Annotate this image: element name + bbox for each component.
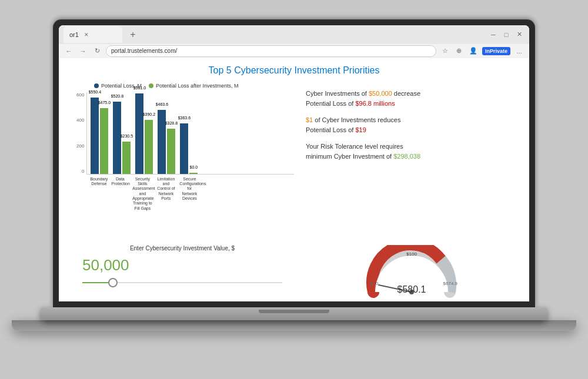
refresh-button[interactable]: ↻ [92, 46, 102, 56]
browser-chrome: or1 ✕ + ─ □ ✕ ← → ↻ [59, 25, 529, 58]
page-title: Top 5 Cybersecurity Investment Prioritie… [71, 65, 517, 76]
star-icon[interactable]: ☆ [440, 46, 450, 56]
bar-val-green-2: $230.5 [121, 134, 133, 138]
y-label-0: 0 [82, 169, 84, 174]
chart-legend: Potential Loss, M Potential Loss after I… [94, 83, 294, 89]
bar-blue-1: $550.4 [91, 98, 99, 174]
info-text-4a: Potential Loss of [306, 126, 355, 133]
back-button[interactable]: ← [64, 46, 74, 56]
info-text-1a: Cyber Investments of [306, 90, 369, 97]
bar-name-1: Boundary Defense [90, 177, 108, 212]
bar-val-blue-2: $520.8 [111, 94, 123, 98]
bar-green-3: $390.2 [145, 120, 153, 174]
bar-name-5: Secure Configurations for Network Device… [179, 177, 199, 212]
collections-icon[interactable]: ⊕ [454, 46, 465, 56]
bar-group-3: $581.0 $390.2 [135, 93, 153, 174]
screen-inner: or1 ✕ + ─ □ ✕ ← → ↻ [59, 25, 529, 301]
bar-pair-2: $520.8 $230.5 [113, 102, 131, 174]
bar-pair-3: $581.0 $390.2 [135, 93, 153, 174]
new-tab-button[interactable]: + [125, 26, 141, 43]
laptop-base [41, 307, 547, 320]
gauge-label-left: $0.0 [369, 281, 379, 286]
y-label-600: 600 [76, 92, 84, 98]
y-label-400: 400 [76, 118, 84, 123]
bar-val-green-1: $475.0 [98, 100, 111, 105]
bar-val-blue-5: $363.6 [178, 116, 191, 120]
gauge-section: $100 $580.1 $0.0 $674.9 $100 Ris [306, 245, 517, 301]
tab-close-button[interactable]: ✕ [82, 31, 91, 39]
bar-name-4: Limitation and Control of Network Ports [156, 177, 176, 212]
info-value-4: $19 [355, 126, 366, 133]
bar-group-4: $463.6 $328.8 [158, 110, 175, 174]
maximize-button[interactable]: □ [501, 29, 512, 40]
legend-label-2: Potential Loss after Investments, M [156, 83, 239, 89]
more-button[interactable]: ... [514, 46, 524, 56]
bar-name-3: Security Skills Assessment and Appropria… [132, 177, 152, 212]
bar-names: Boundary Defense Data Protection Securit… [86, 175, 294, 212]
info-text-1b: decrease [392, 90, 420, 97]
page-content: Top 5 Cybersecurity Investment Prioritie… [59, 58, 529, 301]
main-layout: Potential Loss, M Potential Loss after I… [71, 83, 517, 236]
info-line-3: Your Risk Tolerance level requires minim… [306, 142, 517, 162]
slider-value: 50,000 [82, 256, 294, 274]
bar-group-2: $520.8 $230.5 [113, 102, 131, 174]
info-value-1: $50,000 [369, 90, 392, 97]
bar-name-2: Data Protection [111, 177, 129, 212]
chart-yaxis: 600 400 200 0 [76, 92, 86, 192]
bar-pair-4: $463.6 $328.8 [158, 110, 175, 174]
bar-green-4: $328.8 [167, 129, 175, 174]
info-text-6a: minimum Cyber Investment of [306, 153, 393, 160]
bar-green-5: $0.0 [189, 173, 198, 174]
forward-button[interactable]: → [78, 46, 88, 56]
slider-section: Enter Cybersecurity Investment Value, $ … [71, 245, 294, 289]
info-panel: Cyber Investments of $50,000 decrease Po… [306, 83, 517, 236]
gauge-label-right: $674.9 [443, 281, 457, 286]
chart-area: Potential Loss, M Potential Loss after I… [71, 83, 294, 236]
info-text-3b: of Cyber Investments reduces [313, 116, 400, 123]
bar-val-green-5: $0.0 [190, 165, 198, 169]
bar-group-5: $363.6 $0.0 [180, 123, 198, 174]
info-text-2a: Potential Loss of [306, 100, 355, 107]
bottom-section: Enter Cybersecurity Investment Value, $ … [71, 245, 517, 301]
slider-track[interactable] [82, 277, 282, 289]
bar-blue-4: $463.6 [158, 110, 166, 174]
slider-thumb[interactable] [108, 278, 118, 287]
info-text-5: Your Risk Tolerance level requires [306, 143, 403, 150]
inprivate-badge: InPrivate [482, 47, 510, 55]
laptop-container: or1 ✕ + ─ □ ✕ ← → ↻ [41, 19, 547, 360]
info-line-2: $1 of Cyber Investments reduces Potentia… [306, 115, 517, 136]
bar-blue-3: $581.0 [135, 93, 143, 174]
bar-green-2: $230.5 [122, 142, 131, 174]
legend-item-2: Potential Loss after Investments, M [149, 83, 239, 89]
bar-val-green-3: $390.2 [143, 112, 155, 116]
info-value-6: $298,038 [393, 153, 420, 160]
slider-title: Enter Cybersecurity Investment Value, $ [71, 245, 294, 251]
browser-tab[interactable]: or1 ✕ [64, 26, 122, 43]
bar-val-blue-1: $550.4 [89, 90, 101, 94]
chart-wrapper: 600 400 200 0 [76, 92, 294, 212]
bar-green-1: $475.0 [100, 108, 108, 174]
browser-titlebar: or1 ✕ + ─ □ ✕ [59, 25, 529, 44]
legend-dot-blue [94, 83, 99, 88]
browser-addressbar: ← → ↻ portal.trustelements.com/ ☆ ⊕ 👤 In… [59, 44, 529, 58]
address-bar[interactable]: portal.trustelements.com/ [106, 45, 436, 57]
info-line-1: Cyber Investments of $50,000 decrease Po… [306, 89, 517, 109]
bar-blue-5: $363.6 [180, 123, 188, 174]
minimize-button[interactable]: ─ [488, 29, 499, 40]
screen-content: or1 ✕ + ─ □ ✕ ← → ↻ [59, 25, 529, 301]
laptop-bottom [12, 320, 576, 331]
y-label-200: 200 [76, 143, 84, 149]
bars-area: $550.4 $475.0 [86, 92, 294, 175]
gauge-container: $100 $580.1 $0.0 $674.9 [365, 245, 459, 298]
tab-label: or1 [69, 31, 79, 38]
laptop-screen: or1 ✕ + ─ □ ✕ ← → ↻ [53, 19, 535, 307]
bar-pair-5: $363.6 $0.0 [180, 123, 198, 174]
bar-val-blue-3: $581.0 [133, 86, 146, 90]
account-icon[interactable]: 👤 [468, 46, 479, 56]
bar-val-green-4: $328.8 [165, 121, 178, 125]
legend-dot-green [149, 83, 153, 88]
close-button[interactable]: ✕ [514, 29, 524, 40]
bar-val-blue-4: $463.6 [156, 102, 168, 106]
info-value-2: $96.8 millions [355, 100, 395, 107]
svg-text:$100: $100 [406, 251, 417, 257]
